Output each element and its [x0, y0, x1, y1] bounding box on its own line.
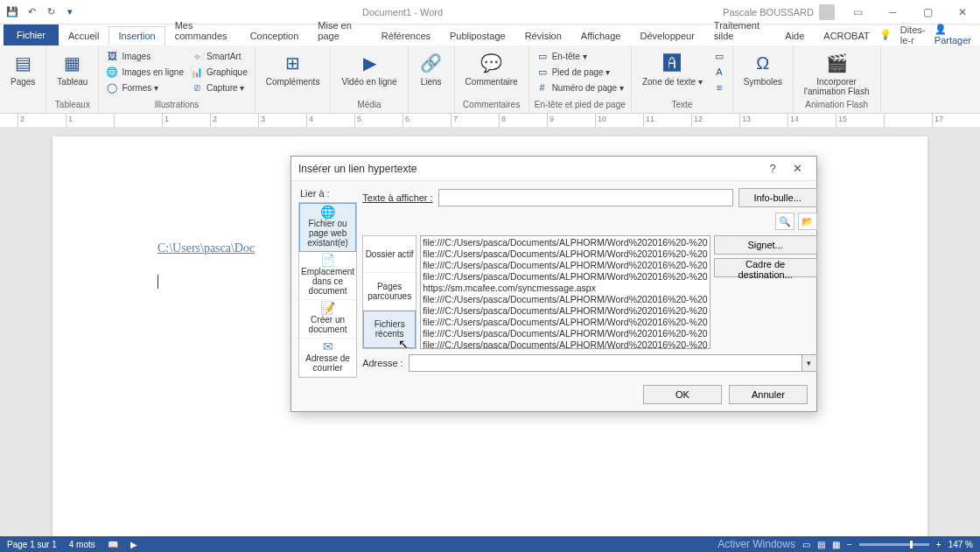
tab-references[interactable]: Références [372, 26, 440, 45]
list-item[interactable]: file:///C:/Users/pasca/Documents/ALPHORM… [423, 328, 707, 339]
txt-extra1[interactable]: ▭ [711, 49, 727, 63]
pied-page-button[interactable]: ▭Pied de page ▾ [535, 65, 626, 79]
proofing-icon[interactable]: 📖 [108, 540, 118, 549]
smartart-button[interactable]: ⟐SmartArt [189, 49, 249, 63]
list-item[interactable]: file:///C:/Users/pasca/Documents/ALPHORM… [423, 294, 707, 305]
adresse-input[interactable] [409, 354, 802, 372]
dialog-close-icon[interactable]: ✕ [785, 162, 809, 175]
txt-extra3[interactable]: ≡ [711, 80, 727, 94]
browse-current-folder[interactable]: Dossier actif [363, 236, 416, 273]
linkto-place-in-doc[interactable]: 📄Emplacement dans ce document [299, 252, 356, 300]
maximize-icon[interactable]: ▢ [910, 0, 945, 24]
shapes-icon: ◯ [106, 81, 118, 94]
page-count[interactable]: Page 1 sur 1 [7, 540, 57, 549]
list-item[interactable]: file:///C:/Users/pasca/Documents/ALPHORM… [423, 305, 707, 317]
minimize-icon[interactable]: ─ [875, 0, 910, 24]
tab-accueil[interactable]: Accueil [59, 26, 108, 45]
complements-button[interactable]: ⊞Compléments [261, 49, 326, 88]
tab-file[interactable]: Fichier [4, 24, 59, 45]
tell-me-icon[interactable]: 💡 [879, 29, 892, 40]
table-icon: ▦ [60, 51, 85, 75]
undo-icon[interactable]: ↶ [24, 5, 38, 19]
browse-file-icon[interactable]: 📂 [798, 213, 817, 230]
chart-icon: 📊 [191, 66, 203, 78]
entete-button[interactable]: ▭En-tête ▾ [535, 49, 626, 63]
signet-button[interactable]: Signet... [714, 235, 817, 255]
list-item[interactable]: file:///C:/Users/pasca/Documents/ALPHORM… [423, 237, 707, 248]
capture-button[interactable]: ⎚Capture ▾ [189, 80, 249, 94]
globe-icon: 🌐 [302, 207, 354, 217]
word-count[interactable]: 4 mots [69, 540, 95, 549]
images-button[interactable]: 🖼Images [104, 49, 186, 63]
tab-mes-commandes[interactable]: Mes commandes [165, 16, 241, 45]
dialog-help-icon[interactable]: ? [760, 162, 785, 175]
share-button[interactable]: 👤 Partager [934, 24, 971, 45]
pages-button[interactable]: ▤Pages [5, 49, 40, 88]
browse-web-icon[interactable]: 🔍 [775, 213, 794, 230]
formes-button[interactable]: ◯Formes ▾ [104, 80, 186, 94]
cadre-button[interactable]: Cadre de destination... [714, 258, 817, 277]
tab-affichage[interactable]: Affichage [571, 26, 631, 45]
tab-insertion[interactable]: Insertion [108, 26, 164, 45]
header-icon: ▭ [536, 50, 549, 62]
liens-button[interactable]: 🔗Liens [414, 49, 449, 88]
group-texte: Texte [635, 100, 729, 111]
numero-page-button[interactable]: #Numéro de page ▾ [535, 80, 626, 94]
tab-aide[interactable]: Aide [775, 26, 814, 45]
zoom-in-icon[interactable]: + [936, 540, 942, 549]
tableau-button[interactable]: ▦Tableau [52, 49, 93, 88]
text-to-display-input[interactable] [438, 189, 733, 206]
tab-developpeur[interactable]: Développeur [630, 26, 704, 45]
qat-dropdown-icon[interactable]: ▾ [63, 5, 77, 19]
linkto-create-doc[interactable]: 📝Créer un document [299, 300, 356, 339]
macro-icon[interactable]: ▶ [130, 540, 137, 549]
link-icon: 🔗 [419, 51, 444, 75]
linkto-existing-file[interactable]: 🌐Fichier ou page web existant(e) [299, 203, 356, 252]
view-print-icon[interactable]: ▤ [817, 540, 825, 549]
list-item[interactable]: https://sm.mcafee.com/syncmessage.aspx [423, 283, 707, 294]
video-button[interactable]: ▶Vidéo en ligne [336, 49, 402, 88]
view-web-icon[interactable]: ▦ [832, 540, 840, 549]
redo-icon[interactable]: ↻ [44, 5, 58, 19]
hyperlink-text[interactable]: C:\Users\pasca\Doc [158, 241, 255, 255]
tab-revision[interactable]: Révision [515, 26, 571, 45]
link-to-label: Lier à : [298, 188, 357, 199]
zoom-slider[interactable] [859, 543, 929, 546]
omega-icon: Ω [751, 51, 775, 75]
list-item[interactable]: file:///C:/Users/pasca/Documents/ALPHORM… [423, 260, 707, 271]
images-en-ligne-button[interactable]: 🌐Images en ligne [104, 65, 186, 79]
list-item[interactable]: file:///C:/Users/pasca/Documents/ALPHORM… [423, 271, 707, 283]
save-icon[interactable]: 💾 [5, 5, 19, 19]
close-icon[interactable]: ✕ [945, 0, 980, 24]
linkto-email[interactable]: ✉Adresse de courrier [299, 339, 356, 377]
tab-traitement-silde[interactable]: Traitement silde [704, 16, 775, 45]
zoom-out-icon[interactable]: − [847, 540, 852, 549]
flash-button[interactable]: 🎬Incorporerl'animation Flash [799, 49, 875, 98]
tell-me-label[interactable]: Dites-le-r [900, 24, 926, 45]
tab-conception[interactable]: Conception [241, 26, 309, 45]
zoom-level[interactable]: 147 % [948, 540, 973, 549]
graphique-button[interactable]: 📊Graphique [189, 65, 249, 79]
annuler-button[interactable]: Annuler [729, 385, 808, 404]
view-read-icon[interactable]: ▭ [802, 540, 810, 549]
browse-recent-files[interactable]: Fichiers récents [363, 311, 416, 348]
info-bulle-button[interactable]: Info-bulle... [738, 188, 817, 207]
list-item[interactable]: file:///C:/Users/pasca/Documents/ALPHORM… [423, 248, 707, 260]
symboles-button[interactable]: ΩSymboles [738, 49, 788, 88]
browse-browsed-pages[interactable]: Pages parcourues [363, 273, 416, 310]
adresse-dropdown-icon[interactable]: ▾ [802, 354, 817, 372]
txt-extra2[interactable]: A [711, 65, 727, 79]
commentaire-button[interactable]: 💬Commentaire [460, 49, 523, 88]
newdoc-icon: 📝 [301, 304, 354, 313]
tab-acrobat[interactable]: ACROBAT [814, 26, 878, 45]
list-item[interactable]: file:///C:/Users/pasca/Documents/ALPHORM… [423, 339, 707, 349]
tab-mise-en-page[interactable]: Mise en page [308, 16, 371, 45]
ruler[interactable]: 211234567891011121314151718 [0, 114, 980, 128]
zone-texte-button[interactable]: 🅰Zone de texte ▾ [637, 49, 708, 88]
ribbon-display-icon[interactable]: ▭ [840, 0, 875, 24]
file-list[interactable]: file:///C:/Users/pasca/Documents/ALPHORM… [420, 235, 710, 349]
tab-publipostage[interactable]: Publipostage [440, 26, 515, 45]
ok-button[interactable]: OK [643, 385, 722, 404]
list-item[interactable]: file:///C:/Users/pasca/Documents/ALPHORM… [423, 317, 707, 328]
footer-icon: ▭ [536, 66, 549, 78]
